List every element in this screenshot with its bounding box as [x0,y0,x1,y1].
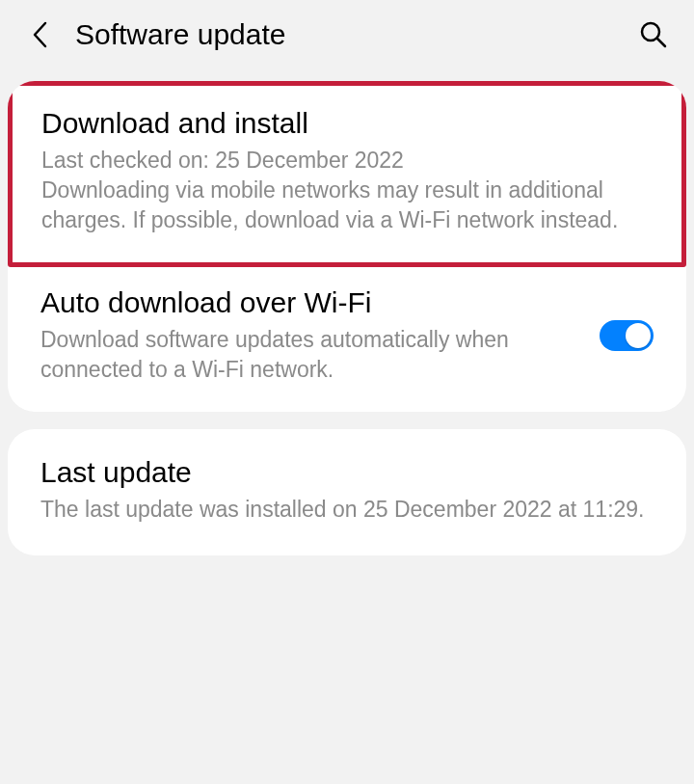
chevron-left-icon [31,20,50,49]
settings-card-1: Download and install Last checked on: 25… [8,81,686,412]
toggle-knob [626,323,651,348]
download-install-title: Download and install [41,107,653,140]
back-button[interactable] [23,17,58,52]
auto-download-toggle[interactable] [600,320,654,351]
download-install-item[interactable]: Download and install Last checked on: 25… [8,81,686,267]
last-update-title: Last update [40,456,654,489]
svg-line-1 [657,39,665,46]
page-title: Software update [75,18,636,51]
download-install-subtitle: Last checked on: 25 December 2022 Downlo… [41,146,653,235]
auto-download-title: Auto download over Wi-Fi [40,286,580,319]
header-bar: Software update [0,0,694,69]
settings-card-container: Download and install Last checked on: 25… [0,81,694,555]
auto-download-subtitle: Download software updates automatically … [40,325,580,385]
last-update-item[interactable]: Last update The last update was installe… [8,429,686,555]
auto-download-item[interactable]: Auto download over Wi-Fi Download softwa… [8,267,686,412]
last-update-subtitle: The last update was installed on 25 Dece… [40,495,654,525]
search-button[interactable] [636,17,671,52]
search-icon [639,20,668,49]
auto-download-text: Auto download over Wi-Fi Download softwa… [40,286,580,385]
settings-card-2: Last update The last update was installe… [8,429,686,555]
